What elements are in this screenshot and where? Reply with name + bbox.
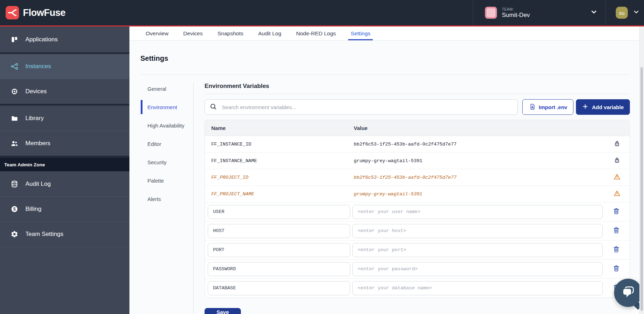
variable-name-input[interactable] xyxy=(208,224,350,238)
panel-title: Environment Variables xyxy=(205,83,630,94)
sidebar-item-label: Instances xyxy=(25,63,51,70)
sidebar-item-billing[interactable]: $ Billing xyxy=(0,196,129,221)
brand-name: FlowFuse xyxy=(23,7,66,18)
sidebar-item-team-settings[interactable]: Team Settings xyxy=(0,221,129,247)
variable-value-input[interactable] xyxy=(352,205,603,219)
table-row-deprecated: FF_PROJECT_ID bb2f6c53-1f25-453b-aafd-0c… xyxy=(205,169,630,186)
variable-name-input[interactable] xyxy=(208,205,350,219)
add-variable-button[interactable]: Add variable xyxy=(576,99,630,115)
subnav-item-general[interactable]: General xyxy=(147,84,190,93)
chat-bubble-icon xyxy=(620,284,636,301)
subnav-item-environment[interactable]: Environment xyxy=(147,103,190,112)
sidebar-item-label: Team Settings xyxy=(25,231,63,238)
people-icon xyxy=(11,140,18,147)
trash-icon[interactable] xyxy=(613,207,620,216)
lock-icon xyxy=(613,156,621,165)
user-menu[interactable]: su xyxy=(606,0,644,25)
sidebar-item-members[interactable]: Members xyxy=(0,131,129,156)
avatar: su xyxy=(616,7,628,19)
sidebar-item-label: Billing xyxy=(25,206,41,213)
team-label: TEAM: xyxy=(502,7,590,11)
sidebar-item-applications[interactable]: Applications xyxy=(0,26,129,52)
table-row: FF_INSTANCE_NAME grumpy-grey-wagtail-539… xyxy=(205,153,630,169)
subnav-item-editor[interactable]: Editor xyxy=(147,140,190,148)
subnav-divider xyxy=(193,83,194,314)
subnav-item-alerts[interactable]: Alerts xyxy=(147,195,190,203)
variable-value-input[interactable] xyxy=(352,281,603,295)
column-header-name: Name xyxy=(205,125,354,131)
scrollbar-thumb[interactable] xyxy=(640,67,643,311)
environment-panel: Environment Variables xyxy=(205,75,630,314)
chat-launcher-button[interactable] xyxy=(614,279,642,307)
editable-row xyxy=(205,241,630,260)
settings-subnav: General Environment High Availability Ed… xyxy=(140,75,193,314)
top-header: FlowFuse TEAM: Sumit-Dev su xyxy=(0,0,644,25)
editable-row xyxy=(205,279,630,297)
lock-icon xyxy=(613,140,621,149)
folder-icon xyxy=(11,114,18,122)
sidebar-item-library[interactable]: Library xyxy=(0,106,129,131)
variable-name-input[interactable] xyxy=(208,262,350,276)
page-scrollbar[interactable] xyxy=(639,26,644,314)
table-row: FF_INSTANCE_ID bb2f6c53-1f25-453b-aafd-0… xyxy=(205,136,630,153)
search-box xyxy=(205,99,518,115)
variable-name-input[interactable] xyxy=(208,281,350,295)
team-name: Sumit-Dev xyxy=(502,12,590,19)
save-settings-button[interactable]: Save settings xyxy=(205,308,241,314)
variable-value-input[interactable] xyxy=(352,243,603,257)
subnav-item-palette[interactable]: Palette xyxy=(147,176,190,185)
tab-overview[interactable]: Overview xyxy=(146,26,169,40)
variable-name-input[interactable] xyxy=(208,243,350,257)
tab-node-red-logs[interactable]: Node-RED Logs xyxy=(296,26,336,40)
team-avatar xyxy=(485,7,497,19)
chevron-down-icon xyxy=(633,8,640,17)
trash-icon[interactable] xyxy=(613,226,620,235)
editable-row xyxy=(205,260,630,279)
subnav-item-security[interactable]: Security xyxy=(147,158,190,167)
variable-value-input[interactable] xyxy=(352,262,603,276)
sidebar-item-instances[interactable]: Instances xyxy=(0,54,129,79)
import-env-button[interactable]: Import .env xyxy=(522,99,573,115)
team-selector[interactable]: TEAM: Sumit-Dev xyxy=(473,0,606,25)
sidebar-item-label: Members xyxy=(25,140,50,147)
table-header: Name Value xyxy=(205,120,630,136)
import-file-icon xyxy=(529,103,536,111)
sidebar-item-label: Library xyxy=(25,115,44,122)
sidebar-item-devices[interactable]: Devices xyxy=(0,79,129,104)
env-variables-table: Name Value FF_INSTANCE_ID bb2f6c53-1f25-… xyxy=(205,120,630,298)
brand[interactable]: FlowFuse xyxy=(6,6,66,19)
variable-value-input[interactable] xyxy=(352,224,603,238)
dollar-icon: $ xyxy=(11,205,18,213)
plus-icon xyxy=(582,103,589,111)
svg-text:$: $ xyxy=(13,207,16,212)
instances-icon xyxy=(11,63,18,70)
tab-snapshots[interactable]: Snapshots xyxy=(218,26,243,40)
sidebar: Applications Instances Devices Library xyxy=(0,26,129,314)
sidebar-item-label: Audit Log xyxy=(25,180,51,188)
tab-audit-log[interactable]: Audit Log xyxy=(258,26,281,40)
sidebar-item-label: Devices xyxy=(25,88,47,95)
tab-settings[interactable]: Settings xyxy=(351,26,370,40)
page-title: Settings xyxy=(140,53,630,63)
warning-icon xyxy=(613,173,621,182)
table-row-deprecated: FF_PROJECT_NAME grumpy-grey-wagtail-5391 xyxy=(205,186,630,202)
editable-row xyxy=(205,221,630,241)
sidebar-filler xyxy=(0,247,129,314)
column-header-value: Value xyxy=(354,125,604,131)
instance-tabbar: Overview Devices Snapshots Audit Log Nod… xyxy=(129,26,644,41)
trash-icon[interactable] xyxy=(613,245,620,254)
subnav-item-high-availability[interactable]: High Availability xyxy=(147,121,190,130)
flowfuse-logo-icon xyxy=(6,6,19,19)
database-icon xyxy=(11,180,18,188)
applications-icon xyxy=(11,36,18,43)
trash-icon[interactable] xyxy=(613,265,620,273)
chip-icon xyxy=(11,88,18,95)
team-admin-zone-header: Team Admin Zone xyxy=(0,158,129,171)
tab-devices[interactable]: Devices xyxy=(183,26,203,40)
search-icon xyxy=(209,103,217,112)
warning-icon xyxy=(613,190,621,199)
sidebar-item-label: Applications xyxy=(25,36,58,43)
sidebar-item-audit-log[interactable]: Audit Log xyxy=(0,171,129,196)
editable-row xyxy=(205,202,630,221)
search-input[interactable] xyxy=(221,104,513,111)
